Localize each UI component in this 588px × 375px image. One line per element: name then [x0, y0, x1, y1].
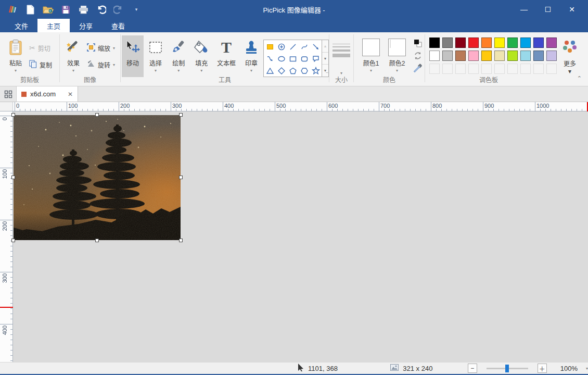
- swap-colors-icon[interactable]: [412, 38, 424, 49]
- fill-tool-button[interactable]: 填充 ▾: [190, 35, 212, 77]
- eyedropper-icon[interactable]: [412, 63, 424, 74]
- palette-swatch-empty[interactable]: [455, 64, 466, 74]
- selection-handle-n[interactable]: [95, 113, 99, 117]
- shape-balloon-icon[interactable]: [310, 53, 322, 65]
- palette-swatch[interactable]: [494, 51, 505, 61]
- palette-swatch[interactable]: [533, 38, 544, 48]
- tab-file[interactable]: 文件: [5, 19, 37, 32]
- shape-curve-arrow-icon[interactable]: [264, 53, 276, 65]
- h-ruler-minor-tick: [514, 109, 515, 111]
- palette-swatch[interactable]: [468, 51, 479, 61]
- collapse-ribbon-icon[interactable]: ⌃: [577, 75, 582, 82]
- qat-customize-icon[interactable]: ▾: [130, 3, 143, 16]
- palette-swatch[interactable]: [507, 51, 518, 61]
- open-file-icon[interactable]: [42, 3, 54, 16]
- selection-handle-se[interactable]: [179, 239, 183, 242]
- palette-swatch[interactable]: [468, 38, 479, 48]
- palette-swatch[interactable]: [546, 51, 557, 61]
- effects-button[interactable]: 效果 ▾: [62, 35, 85, 77]
- gallery-scroll-down-icon[interactable]: ▼: [322, 53, 328, 65]
- selection-handle-sw[interactable]: [11, 239, 15, 242]
- rotate-button[interactable]: 旋转 ▾: [85, 59, 117, 70]
- close-button[interactable]: ✕: [560, 0, 584, 19]
- tab-view[interactable]: 查看: [102, 19, 134, 32]
- palette-swatch[interactable]: [455, 51, 466, 61]
- zoom-slider[interactable]: [487, 368, 528, 369]
- gallery-scroll-up-icon[interactable]: ▲: [322, 40, 328, 53]
- tab-home[interactable]: 主页: [37, 19, 70, 32]
- shape-rectangle-icon[interactable]: [287, 53, 299, 65]
- palette-swatch[interactable]: [507, 38, 518, 48]
- palette-swatch[interactable]: [442, 38, 453, 48]
- color1-button[interactable]: 颜色1 ▾: [359, 35, 383, 77]
- more-colors-button[interactable]: 更多 ▾: [558, 35, 581, 77]
- h-ruler-major-tick: [119, 102, 119, 111]
- shape-circle-plus-icon[interactable]: [276, 41, 287, 53]
- textbox-tool-button[interactable]: T 文本框: [213, 35, 239, 77]
- palette-swatch-empty[interactable]: [442, 64, 453, 74]
- palette-swatch[interactable]: [481, 51, 492, 61]
- palette-swatch[interactable]: [429, 51, 440, 61]
- zoom-dropdown-icon[interactable]: ▾: [586, 366, 588, 371]
- print-icon[interactable]: [77, 3, 90, 16]
- selection-handle-ne[interactable]: [179, 113, 183, 117]
- tab-share[interactable]: 分享: [70, 19, 102, 32]
- new-file-icon[interactable]: [24, 3, 36, 16]
- palette-swatch[interactable]: [481, 38, 492, 48]
- v-ruler-minor-tick: [10, 251, 12, 252]
- palette-swatch-empty[interactable]: [507, 64, 518, 74]
- shape-line-icon[interactable]: [287, 41, 299, 53]
- color2-button[interactable]: 颜色2 ▾: [385, 35, 409, 77]
- reset-colors-icon[interactable]: [412, 50, 424, 61]
- maximize-button[interactable]: ☐: [536, 0, 560, 19]
- shape-arrow-icon[interactable]: [310, 41, 322, 53]
- shape-rounded-rectangle-icon[interactable]: [299, 53, 310, 65]
- copy-button[interactable]: 复制: [27, 59, 54, 70]
- cut-button[interactable]: ✂ 剪切: [27, 42, 54, 54]
- shape-ellipse-icon[interactable]: [276, 53, 287, 65]
- minimize-button[interactable]: —: [512, 0, 536, 19]
- selection-handle-e[interactable]: [179, 176, 183, 179]
- save-icon[interactable]: [59, 3, 72, 16]
- selection-handle-s[interactable]: [95, 239, 99, 242]
- zoom-out-button[interactable]: −: [468, 364, 477, 373]
- palette-swatch[interactable]: [546, 38, 557, 48]
- palette-swatch[interactable]: [429, 38, 440, 48]
- palette-swatch[interactable]: [442, 51, 453, 61]
- resize-button[interactable]: 缩放 ▾: [85, 42, 117, 54]
- draw-tool-button[interactable]: 绘制 ▾: [168, 35, 189, 77]
- palette-swatch-empty[interactable]: [520, 64, 531, 74]
- palette-swatch-empty[interactable]: [429, 64, 440, 74]
- effects-dropdown-icon: ▾: [72, 68, 74, 73]
- document-tab-close-icon[interactable]: ✕: [68, 91, 73, 98]
- line-width-button[interactable]: ▾: [329, 35, 353, 77]
- palette-swatch-empty[interactable]: [533, 64, 544, 74]
- shape-curve-icon[interactable]: [299, 41, 310, 53]
- zoom-in-button[interactable]: ＋: [538, 364, 547, 373]
- move-tool-button[interactable]: 移动: [122, 35, 144, 77]
- palette-swatch[interactable]: [520, 51, 531, 61]
- palette-swatch[interactable]: [494, 38, 505, 48]
- palette-swatch-empty[interactable]: [494, 64, 505, 74]
- canvas-image[interactable]: [14, 115, 181, 240]
- palette-swatch-empty[interactable]: [546, 64, 557, 74]
- palette-swatch[interactable]: [520, 38, 531, 48]
- stamp-tool-button[interactable]: 印章 ▾: [240, 35, 262, 77]
- h-ruler-minor-tick: [87, 109, 88, 111]
- redo-icon[interactable]: [112, 3, 125, 16]
- thumbnail-view-icon[interactable]: [0, 86, 17, 102]
- palette-swatch[interactable]: [455, 38, 466, 48]
- selection-handle-w[interactable]: [11, 176, 15, 179]
- shape-highlight-icon[interactable]: [264, 41, 276, 53]
- undo-icon[interactable]: [95, 3, 107, 16]
- paste-button[interactable]: 粘贴 ▾: [4, 35, 27, 77]
- document-tab[interactable]: x6d.com ✕: [17, 86, 78, 102]
- palette-swatch[interactable]: [533, 51, 544, 61]
- selection-handle-nw[interactable]: [11, 113, 15, 117]
- palette-swatch-empty[interactable]: [481, 64, 492, 74]
- palette-swatch-empty[interactable]: [468, 64, 479, 74]
- v-ruler-minor-tick: [10, 152, 12, 153]
- canvas-area[interactable]: [13, 111, 588, 362]
- select-tool-button[interactable]: 选择 ▾: [145, 35, 167, 77]
- zoom-slider-thumb[interactable]: [505, 365, 509, 372]
